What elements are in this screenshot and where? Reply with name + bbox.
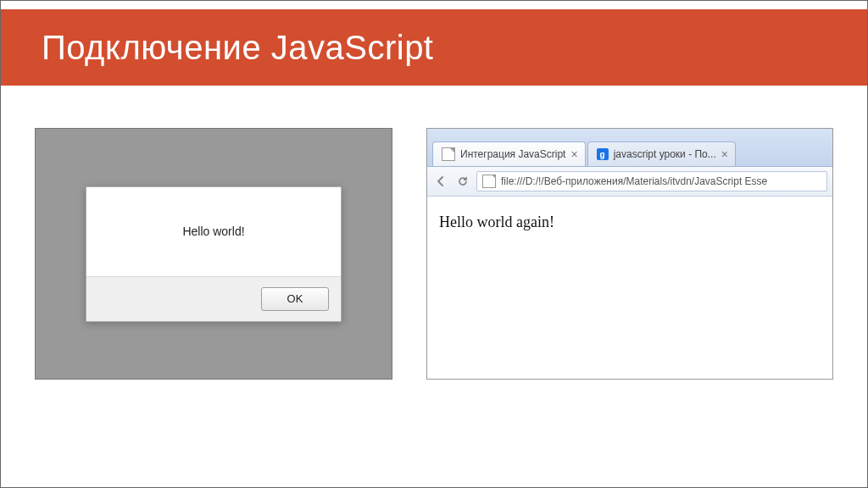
close-icon[interactable]: × [721,148,728,160]
address-bar[interactable]: file:///D:/!/Веб-приложения/Materials/it… [476,171,827,191]
browser-tab-active[interactable]: Интеграция JavaScript × [432,141,586,166]
browser-screenshot-panel: Интеграция JavaScript × g javascript уро… [426,128,833,380]
slide-title: Подключение JavaScript [42,29,433,67]
tab-label: Интеграция JavaScript [460,148,565,160]
page-output-text: Hello world again! [439,214,554,230]
slide-content-row: Hello world! OK Интеграция JavaScript × … [35,128,850,380]
slide-header-bar: Подключение JavaScript [1,1,867,86]
presentation-slide: Подключение JavaScript Hello world! OK И… [0,0,868,488]
alert-message: Hello world! [86,187,341,276]
back-icon[interactable] [432,173,449,190]
alert-button-row: OK [86,276,341,321]
alert-screenshot-panel: Hello world! OK [35,128,392,380]
tab-label: javascript уроки - По... [614,148,716,160]
close-icon[interactable]: × [570,148,577,160]
browser-page-body: Hello world again! [427,197,832,248]
alert-ok-button[interactable]: OK [261,287,329,311]
alert-dialog: Hello world! OK [86,186,342,322]
browser-tab-inactive[interactable]: g javascript уроки - По... × [587,141,736,166]
page-icon [482,175,496,188]
document-icon [442,147,455,161]
browser-tab-strip: Интеграция JavaScript × g javascript уро… [427,129,832,167]
address-text: file:///D:/!/Веб-приложения/Materials/it… [501,175,821,187]
reload-icon[interactable] [454,173,471,190]
google-icon: g [597,148,609,160]
browser-address-row: file:///D:/!/Веб-приложения/Materials/it… [427,167,832,197]
